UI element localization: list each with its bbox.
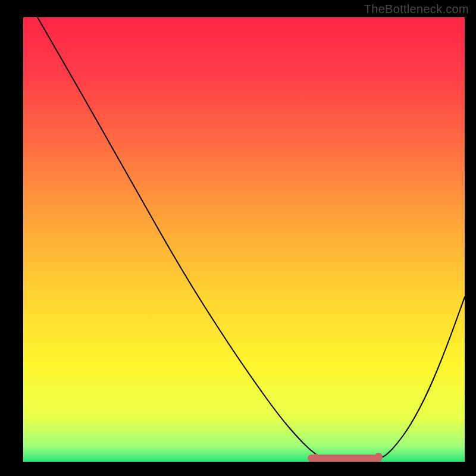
optimal-band-end-dot [374,453,383,461]
watermark-text: TheBottleneck.com [364,2,469,16]
optimal-band-start-dot [312,454,320,462]
chart-svg [0,0,476,476]
chart-container [0,0,476,476]
plot-background [23,17,465,462]
